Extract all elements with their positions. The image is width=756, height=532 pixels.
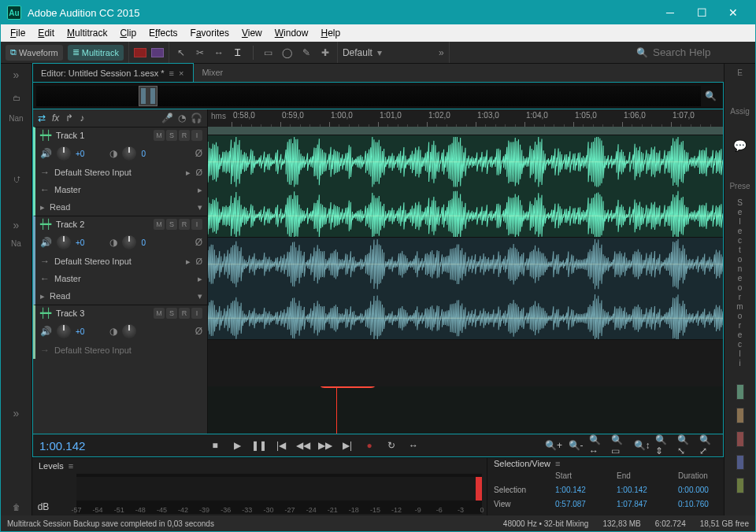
search-input[interactable] [653,46,747,58]
pan-knob[interactable] [122,324,136,338]
overview-strip[interactable]: 🔍 [32,83,724,109]
track-name[interactable]: Track 1 [56,131,84,140]
pitch-display-button[interactable] [151,48,164,57]
input-monitor-button[interactable]: I [191,130,202,141]
time-ruler[interactable]: hms 0:58,00:59,01:00,01:01,01:02,01:03,0… [208,109,723,127]
zoom-out-v-button[interactable]: 🔍⇕ [655,437,673,454]
expand-bottom-panel[interactable]: » [13,407,20,419]
pan-knob[interactable] [122,235,136,249]
input-monitor-button[interactable]: I [191,219,202,230]
zoom-in-point-button[interactable]: 🔍⤡ [677,437,695,454]
zoom-in-v-button[interactable]: 🔍↕ [633,437,650,454]
mute-button[interactable]: M [154,219,165,230]
record-arm-button[interactable]: R [179,219,190,230]
menu-favorites[interactable]: Favorites [184,24,235,42]
pan-knob[interactable] [122,146,136,161]
loop-icon[interactable]: ⇄ [38,113,46,124]
selection-end[interactable]: 1:00.142 [617,486,672,498]
volume-knob[interactable] [57,146,71,161]
menu-effects[interactable]: Effects [143,24,183,42]
view-end[interactable]: 1:07.847 [617,500,672,512]
waveform-track-1[interactable] [208,135,723,237]
marquee-tool[interactable]: ▭ [261,46,276,60]
maximize-button[interactable]: ☐ [686,1,717,24]
folder-icon[interactable]: 🗀 [8,89,25,106]
playhead-time[interactable]: 1:00.142 [39,439,102,453]
color-swatch[interactable] [736,384,744,400]
expand-files-panel[interactable]: » [13,68,20,81]
zoom-in-h-button[interactable]: 🔍+ [545,437,562,454]
loop-button[interactable]: ↻ [383,437,400,454]
color-swatch[interactable] [736,431,744,447]
spectral-display-button[interactable] [134,48,146,57]
workspace-menu-button[interactable]: » [439,47,444,58]
go-to-start-button[interactable]: |◀ [272,437,290,454]
close-button[interactable]: ✕ [717,1,749,24]
clip-indicator[interactable] [476,477,482,501]
volume-knob[interactable] [57,324,71,338]
automation-dropdown[interactable]: Read [50,202,70,212]
menu-help[interactable]: Help [314,24,346,42]
mic-mute-icon[interactable]: 🎤 [161,113,173,124]
lasso-tool[interactable]: ◯ [280,46,295,60]
monitor-icon[interactable]: 🎧 [191,113,202,124]
output-dropdown[interactable]: Master [54,185,81,194]
zoom-selection-button[interactable]: 🔍▭ [611,437,628,454]
mute-button[interactable]: M [154,308,165,319]
view-multitrack-button[interactable]: ≣ Multitrack [68,45,124,61]
import-icon[interactable]: ⮍ [8,170,25,187]
mute-button[interactable]: M [154,130,165,141]
input-monitor-button[interactable]: I [191,308,202,319]
output-dropdown[interactable]: Master [54,274,81,283]
view-start[interactable]: 0:57.087 [555,500,610,512]
tab-mixer[interactable]: Mixer [194,63,232,82]
track-name[interactable]: Track 3 [56,308,84,318]
go-to-end-button[interactable]: ▶| [339,437,356,454]
record-button[interactable]: ● [361,437,378,454]
input-dropdown[interactable]: Default Stereo Input [54,257,132,266]
timeline[interactable]: hms 0:58,00:59,01:00,01:01,01:02,01:03,0… [208,109,723,434]
pause-button[interactable]: ❚❚ [250,437,268,454]
rewind-button[interactable]: ◀◀ [295,437,312,454]
send-icon[interactable]: ↱ [65,113,73,124]
spot-heal-tool[interactable]: ✚ [318,46,332,60]
menu-file[interactable]: File [4,24,32,42]
play-button[interactable]: ▶ [228,437,246,454]
track-name[interactable]: Track 2 [56,220,84,229]
solo-button[interactable]: S [166,308,177,319]
skip-selection-button[interactable]: ↔ [405,437,422,454]
workspace-dropdown[interactable]: Default [343,47,372,58]
solo-button[interactable]: S [166,219,177,230]
color-swatch[interactable] [736,408,744,423]
color-swatch[interactable] [736,478,744,493]
input-dropdown[interactable]: Default Stereo Input [54,168,132,177]
record-arm-button[interactable]: R [179,130,190,141]
panel-shortcut-assignments[interactable]: Assig [730,107,749,116]
move-tool[interactable]: ↖ [174,46,188,60]
record-arm-button[interactable]: R [179,308,190,319]
track-fx-toggle[interactable]: Ø [195,148,202,159]
menu-clip[interactable]: Clip [113,24,143,42]
time-selection-tool[interactable]: Ꮖ [231,46,245,60]
automation-dropdown[interactable]: Read [50,291,70,301]
tab-editor[interactable]: Editor: Untitled Session 1.sesx *≡× [32,63,194,82]
selection-start[interactable]: 1:00.142 [555,486,610,498]
zoom-full-button[interactable]: 🔍↔ [589,437,606,454]
stop-button[interactable]: ■ [206,437,224,454]
brush-tool[interactable]: ✎ [299,46,313,60]
menu-view[interactable]: View [235,24,269,42]
slip-tool[interactable]: ↔ [212,46,226,60]
tab-close-icon[interactable]: × [179,68,183,78]
expand-effects-panel[interactable]: » [13,219,20,231]
waveform-track-3[interactable] [208,339,723,386]
panel-shortcut-e[interactable]: E [737,68,743,77]
trash-icon[interactable]: 🗑 [8,498,25,515]
chat-icon[interactable]: 💬 [733,139,747,152]
metronome-icon[interactable]: ◔ [178,113,186,124]
panel-shortcut-presets[interactable]: Prese [729,182,750,190]
menu-window[interactable]: Window [269,24,315,42]
zoom-fit-icon[interactable]: 🔍 [701,91,720,102]
zoom-out-point-button[interactable]: 🔍⤢ [699,437,717,454]
tab-menu-icon[interactable]: ≡ [169,68,174,78]
volume-knob[interactable] [57,235,71,249]
